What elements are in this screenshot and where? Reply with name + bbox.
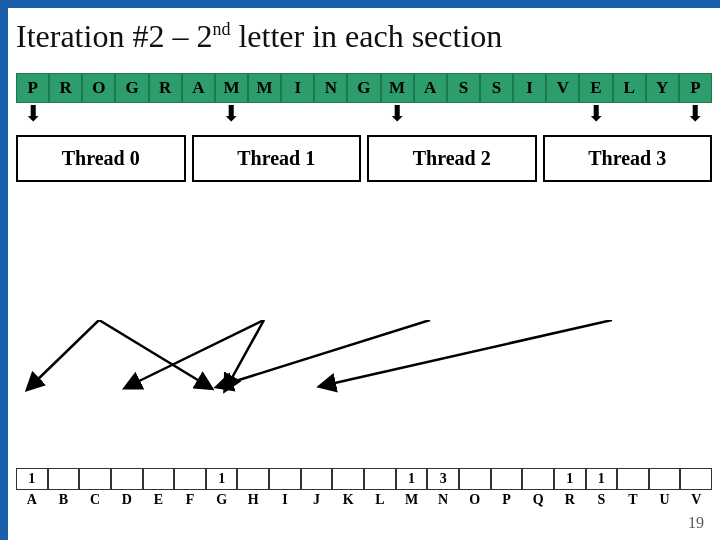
num-cell xyxy=(364,468,396,490)
alpha-cell: D xyxy=(111,490,143,510)
num-cell: 1 xyxy=(554,468,586,490)
arrow-cell xyxy=(414,103,447,125)
arrow-cell xyxy=(281,103,314,125)
alpha-cell: V xyxy=(680,490,712,510)
num-cell: 1 xyxy=(206,468,238,490)
letter-cell: N xyxy=(314,73,347,103)
arrow-cell xyxy=(248,103,281,125)
num-cell xyxy=(174,468,206,490)
down-arrows-row: ⬇⬇⬇⬇⬇ xyxy=(16,103,712,125)
arrow-cell xyxy=(314,103,347,125)
number-row: 111311 xyxy=(16,468,712,490)
alpha-row: ABCDEFGHIJKLMNOPQRSTUV xyxy=(16,490,712,510)
letter-cell: M xyxy=(215,73,248,103)
arrow-cell xyxy=(646,103,679,125)
num-cell: 1 xyxy=(396,468,428,490)
arrow-cell xyxy=(149,103,182,125)
crossing-arrows xyxy=(16,320,712,400)
alpha-cell: Q xyxy=(522,490,554,510)
letter-cell: I xyxy=(281,73,314,103)
arrow-cell xyxy=(49,103,82,125)
alpha-cell: O xyxy=(459,490,491,510)
num-cell xyxy=(301,468,333,490)
alpha-cell: N xyxy=(427,490,459,510)
alpha-cell: G xyxy=(206,490,238,510)
crossing-svg xyxy=(16,320,712,400)
letter-cell: Y xyxy=(646,73,679,103)
thread-box-2: Thread 2 xyxy=(367,135,537,182)
num-cell xyxy=(680,468,712,490)
num-cell: 1 xyxy=(586,468,618,490)
alpha-cell: B xyxy=(48,490,80,510)
letter-cell: A xyxy=(414,73,447,103)
top-bar xyxy=(0,0,720,8)
letter-cell: M xyxy=(248,73,281,103)
letter-cell: P xyxy=(679,73,712,103)
alpha-cell: U xyxy=(649,490,681,510)
arrow-cell xyxy=(546,103,579,125)
arrow-cell xyxy=(347,103,380,125)
letter-cell: E xyxy=(579,73,612,103)
thread-box-0: Thread 0 xyxy=(16,135,186,182)
arrow-cell: ⬇ xyxy=(16,103,49,125)
arrow-cell xyxy=(480,103,513,125)
letter-cell: O xyxy=(82,73,115,103)
slide-title: Iteration #2 – 2nd letter in each sectio… xyxy=(16,18,712,55)
threads-row: Thread 0Thread 1Thread 2Thread 3 xyxy=(16,135,712,182)
num-cell xyxy=(269,468,301,490)
letter-cell: R xyxy=(49,73,82,103)
letter-cell: A xyxy=(182,73,215,103)
title-sup: nd xyxy=(212,19,230,39)
arrow-cell: ⬇ xyxy=(215,103,248,125)
alpha-cell: M xyxy=(396,490,428,510)
alpha-cell: T xyxy=(617,490,649,510)
left-bar xyxy=(0,0,8,540)
num-cell xyxy=(143,468,175,490)
letter-cell: G xyxy=(347,73,380,103)
alpha-cell: P xyxy=(491,490,523,510)
num-cell xyxy=(332,468,364,490)
page-number: 19 xyxy=(688,514,704,532)
num-cell xyxy=(79,468,111,490)
letter-cell: G xyxy=(115,73,148,103)
letter-cell: I xyxy=(513,73,546,103)
arrow-cell: ⬇ xyxy=(679,103,712,125)
letter-cell: S xyxy=(480,73,513,103)
num-cell xyxy=(649,468,681,490)
alpha-cell: L xyxy=(364,490,396,510)
alpha-cell: S xyxy=(586,490,618,510)
letter-cell: R xyxy=(149,73,182,103)
num-cell xyxy=(111,468,143,490)
alpha-cell: A xyxy=(16,490,48,510)
letters-row: PROGRAMMINGMASSIVELYP xyxy=(16,73,712,103)
bottom-section: 111311 ABCDEFGHIJKLMNOPQRSTUV xyxy=(16,468,712,510)
alpha-cell: K xyxy=(332,490,364,510)
arrow-cell xyxy=(182,103,215,125)
letter-cell: S xyxy=(447,73,480,103)
arrow-cell xyxy=(82,103,115,125)
num-cell xyxy=(237,468,269,490)
num-cell xyxy=(522,468,554,490)
letter-cell: P xyxy=(16,73,49,103)
arrow-cell xyxy=(513,103,546,125)
alpha-cell: F xyxy=(174,490,206,510)
alpha-cell: I xyxy=(269,490,301,510)
num-cell xyxy=(48,468,80,490)
arrow-cell: ⬇ xyxy=(579,103,612,125)
arrow-cell xyxy=(613,103,646,125)
num-cell: 1 xyxy=(16,468,48,490)
letter-cell: L xyxy=(613,73,646,103)
alpha-cell: R xyxy=(554,490,586,510)
letter-cell: M xyxy=(381,73,414,103)
letter-cell: V xyxy=(546,73,579,103)
thread-box-3: Thread 3 xyxy=(543,135,713,182)
arrow-cell xyxy=(115,103,148,125)
main-content: Iteration #2 – 2nd letter in each sectio… xyxy=(16,10,712,182)
arrow-cell xyxy=(447,103,480,125)
arrow-cell: ⬇ xyxy=(381,103,414,125)
num-cell: 3 xyxy=(427,468,459,490)
alpha-cell: H xyxy=(237,490,269,510)
num-cell xyxy=(459,468,491,490)
title-text: Iteration #2 – 2nd letter in each sectio… xyxy=(16,18,502,54)
alpha-cell: J xyxy=(301,490,333,510)
